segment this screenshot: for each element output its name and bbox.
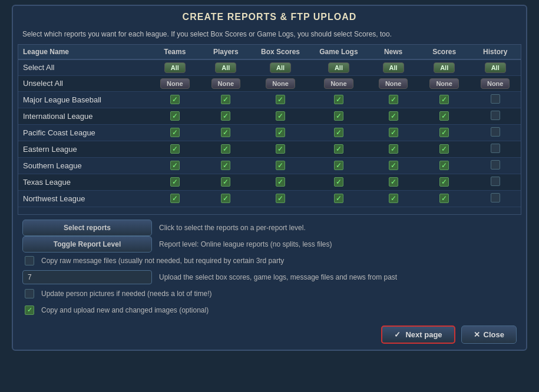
action-checkbox-4[interactable] [25, 289, 34, 298]
cb-teams-3[interactable]: ✓ [150, 141, 201, 157]
cb-boxscores-3[interactable]: ✓ [252, 141, 310, 157]
cb-teams-0[interactable]: ✓ [150, 91, 201, 108]
cb-players-3[interactable]: ✓ [200, 141, 252, 157]
select-all-btn-2[interactable]: All [252, 59, 310, 76]
cb-history-3[interactable] [469, 141, 521, 157]
cb-teams-5[interactable]: ✓ [150, 174, 201, 190]
cb-boxscores-2[interactable]: ✓ [252, 124, 310, 141]
col-header-gamelogs: Game Logs [309, 45, 368, 59]
unselect-all-label: Unselect All [18, 75, 150, 91]
cb-boxscores-6[interactable]: ✓ [252, 190, 310, 207]
table-scroll[interactable]: League Name Teams Players Box Scores Gam… [18, 45, 521, 215]
cb-boxscores-0[interactable]: ✓ [252, 91, 310, 108]
cb-scores-4[interactable]: ✓ [419, 157, 470, 174]
action-desc-2: Copy raw message files (usually not need… [41, 257, 517, 265]
cb-scores-0[interactable]: ✓ [419, 91, 470, 108]
cb-players-0[interactable]: ✓ [200, 91, 252, 108]
league-row: Eastern League✓✓✓✓✓✓ [18, 141, 521, 157]
league-row: International League✓✓✓✓✓✓ [18, 108, 521, 124]
col-header-news: News [368, 45, 419, 59]
col-header-scores: Scores [419, 45, 470, 59]
action-checkbox-5[interactable]: ✓ [25, 305, 34, 315]
select-all-btn-5[interactable]: All [419, 59, 470, 76]
action-desc-5: Copy and upload new and changed images (… [41, 306, 517, 314]
cb-history-2[interactable] [469, 124, 521, 141]
number-input-3[interactable] [22, 270, 152, 284]
cb-players-6[interactable]: ✓ [200, 190, 252, 207]
action-button-0[interactable]: Select reports [22, 220, 152, 236]
unselect-all-btn-5[interactable]: None [419, 75, 470, 91]
cb-teams-4[interactable]: ✓ [150, 157, 201, 174]
select-all-btn-1[interactable]: All [200, 59, 252, 76]
select-all-btn-4[interactable]: All [368, 59, 419, 76]
cb-history-1[interactable] [469, 108, 521, 124]
cb-news-1[interactable]: ✓ [368, 108, 419, 124]
cb-players-4[interactable]: ✓ [200, 157, 252, 174]
action-checkbox-2[interactable] [25, 256, 34, 265]
cb-news-4[interactable]: ✓ [368, 157, 419, 174]
unselect-all-btn-3[interactable]: None [309, 75, 368, 91]
next-page-button[interactable]: ✓ Next page [381, 325, 455, 344]
cb-gamelogs-5[interactable]: ✓ [309, 174, 368, 190]
unselect-all-btn-6[interactable]: None [469, 75, 521, 91]
cb-gamelogs-1[interactable]: ✓ [309, 108, 368, 124]
cb-history-5[interactable] [469, 174, 521, 190]
action-desc-1: Report level: Online league reports (no … [159, 240, 517, 248]
cb-scores-1[interactable]: ✓ [419, 108, 470, 124]
cb-teams-1[interactable]: ✓ [150, 108, 201, 124]
cb-news-5[interactable]: ✓ [368, 174, 419, 190]
action-row-2: Copy raw message files (usually not need… [22, 253, 517, 269]
action-row-1: Toggle Report Level Report level: Online… [22, 236, 517, 253]
cb-players-2[interactable]: ✓ [200, 124, 252, 141]
select-all-btn-0[interactable]: All [150, 59, 201, 76]
cb-boxscores-4[interactable]: ✓ [252, 157, 310, 174]
select-all-btn-6[interactable]: All [469, 59, 521, 76]
unselect-all-row: Unselect AllNoneNoneNoneNoneNoneNoneNone [18, 75, 521, 91]
select-all-row: Select AllAllAllAllAllAllAllAll [18, 59, 521, 76]
close-label: Close [484, 330, 504, 339]
cb-history-4[interactable] [469, 157, 521, 174]
cb-teams-2[interactable]: ✓ [150, 124, 201, 141]
unselect-all-btn-1[interactable]: None [200, 75, 252, 91]
checkmark-icon: ✓ [394, 330, 401, 339]
next-page-label: Next page [405, 330, 442, 339]
close-button[interactable]: ✕ Close [461, 325, 517, 344]
cb-boxscores-1[interactable]: ✓ [252, 108, 310, 124]
cb-gamelogs-4[interactable]: ✓ [309, 157, 368, 174]
col-header-players: Players [200, 45, 252, 59]
league-name: Pacific Coast League [18, 124, 150, 141]
cb-boxscores-5[interactable]: ✓ [252, 174, 310, 190]
league-name: Major League Baseball [18, 91, 150, 108]
cb-gamelogs-0[interactable]: ✓ [309, 91, 368, 108]
select-all-btn-3[interactable]: All [309, 59, 368, 76]
league-name: Southern League [18, 157, 150, 174]
cb-scores-2[interactable]: ✓ [419, 124, 470, 141]
cb-teams-6[interactable]: ✓ [150, 190, 201, 207]
action-desc-3: Upload the select box scores, game logs,… [159, 273, 517, 281]
unselect-all-btn-2[interactable]: None [252, 75, 310, 91]
cb-gamelogs-6[interactable]: ✓ [309, 190, 368, 207]
cb-news-3[interactable]: ✓ [368, 141, 419, 157]
cb-news-2[interactable]: ✓ [368, 124, 419, 141]
cb-scores-3[interactable]: ✓ [419, 141, 470, 157]
modal-title: CREATE REPORTS & FTP UPLOAD [13, 6, 526, 26]
action-button-1[interactable]: Toggle Report Level [22, 236, 152, 253]
league-row: Texas League✓✓✓✓✓✓ [18, 174, 521, 190]
cb-history-0[interactable] [469, 91, 521, 108]
cb-players-5[interactable]: ✓ [200, 174, 252, 190]
cb-gamelogs-2[interactable]: ✓ [309, 124, 368, 141]
cb-news-6[interactable]: ✓ [368, 190, 419, 207]
cb-news-0[interactable]: ✓ [368, 91, 419, 108]
action-row-3: Upload the select box scores, game logs,… [22, 269, 517, 285]
cb-scores-5[interactable]: ✓ [419, 174, 470, 190]
cb-scores-6[interactable]: ✓ [419, 190, 470, 207]
league-name: Eastern League [18, 141, 150, 157]
action-row-5: ✓ Copy and upload new and changed images… [22, 302, 517, 318]
cb-players-1[interactable]: ✓ [200, 108, 252, 124]
action-row-4: Update person pictures if needed (needs … [22, 285, 517, 302]
cb-history-6[interactable] [469, 190, 521, 207]
unselect-all-btn-0[interactable]: None [150, 75, 201, 91]
cb-gamelogs-3[interactable]: ✓ [309, 141, 368, 157]
league-name: Northwest League [18, 190, 150, 207]
unselect-all-btn-4[interactable]: None [368, 75, 419, 91]
